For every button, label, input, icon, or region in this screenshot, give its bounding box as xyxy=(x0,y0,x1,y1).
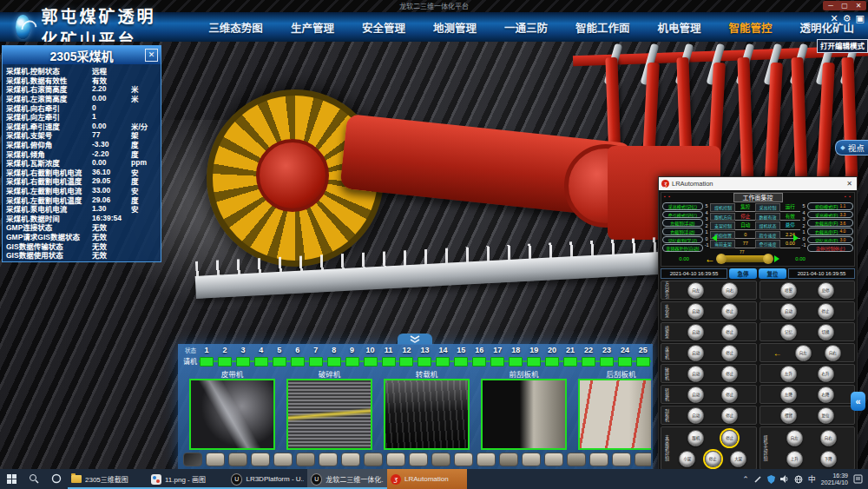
channel-status-square[interactable] xyxy=(527,357,541,367)
control-button-停止[interactable]: 停止 xyxy=(721,430,738,446)
control-button-向左[interactable]: 向左 xyxy=(786,430,803,446)
film-thumbnail[interactable] xyxy=(544,453,563,466)
control-button-停止[interactable]: 停止 xyxy=(705,451,721,467)
menu-item-6[interactable]: 智能工作面 xyxy=(562,19,644,36)
film-thumbnail[interactable] xyxy=(454,453,473,466)
control-button-启动[interactable]: 启动 xyxy=(687,324,704,340)
control-button-左升[interactable]: 左升 xyxy=(780,366,797,382)
minimize-button[interactable]: ─ xyxy=(825,1,837,10)
control-button-跟机[interactable]: 跟机 xyxy=(687,430,704,446)
window-icon[interactable]: ▣ xyxy=(856,13,865,24)
control-button-上升[interactable]: 上升 xyxy=(786,451,803,467)
film-thumbnail[interactable] xyxy=(409,453,428,466)
taskbar-cortana-button[interactable] xyxy=(45,469,68,489)
film-thumbnail[interactable] xyxy=(386,453,405,466)
channel-status-square[interactable] xyxy=(309,357,323,367)
channel-status-square[interactable] xyxy=(509,357,523,367)
film-thumbnail[interactable] xyxy=(206,453,225,466)
film-thumbnail[interactable] xyxy=(431,453,450,466)
film-thumbnail[interactable] xyxy=(364,453,383,466)
control-button-启动[interactable]: 启动 xyxy=(687,345,704,361)
control-button-启动[interactable]: 启动 xyxy=(687,407,704,424)
control-button-启动[interactable]: 启动 xyxy=(780,303,797,320)
mode-button-right-1[interactable]: 俯仰模式(F)1.1 xyxy=(807,202,853,210)
mode-button-left-4[interactable]: 右截割(手动) xyxy=(662,228,703,235)
estop-button[interactable]: 急停 xyxy=(729,268,757,279)
channel-status-square[interactable] xyxy=(618,357,632,367)
film-thumbnail[interactable] xyxy=(612,453,631,466)
control-button-喷雾[interactable]: 喷雾 xyxy=(780,282,797,299)
control-button-向右[interactable]: 向右 xyxy=(820,430,837,446)
control-button-停止[interactable]: 停止 xyxy=(721,345,738,361)
shield-icon[interactable] xyxy=(767,475,775,484)
menu-item-5[interactable]: 一通三防 xyxy=(490,19,562,36)
channel-status-square[interactable] xyxy=(399,357,413,367)
control-button-启动[interactable]: 启动 xyxy=(687,366,704,382)
mode-button-left-3[interactable]: 左截割(手动) xyxy=(662,219,703,227)
control-button-停止[interactable]: 停止 xyxy=(721,387,738,403)
control-button-左降[interactable]: 左降 xyxy=(780,387,797,403)
tools-icon[interactable]: ✕ xyxy=(831,13,838,24)
camera-feed[interactable] xyxy=(384,379,470,450)
mode-button-left-5[interactable]: 记忆截割(学习) xyxy=(662,236,703,244)
channel-status-square[interactable] xyxy=(345,357,359,367)
control-button-记忆[interactable]: 记忆 xyxy=(780,324,797,340)
tray-chevron-icon[interactable]: ⌃ xyxy=(742,475,749,484)
menu-item-2[interactable]: 生产管理 xyxy=(277,19,348,36)
channel-status-square[interactable] xyxy=(636,357,650,367)
film-thumbnail[interactable] xyxy=(273,453,293,466)
menu-item-7[interactable]: 机电管理 xyxy=(643,19,714,36)
film-thumbnail[interactable] xyxy=(251,453,270,466)
menu-item-3[interactable]: 安全管理 xyxy=(348,19,419,36)
channel-status-square[interactable] xyxy=(472,357,486,367)
close-icon[interactable]: ✕ xyxy=(145,49,158,62)
thumbnail-filmstrip[interactable] xyxy=(183,452,651,467)
control-button-总停[interactable]: 总停 xyxy=(818,282,834,299)
control-button-向右[interactable]: 向右 xyxy=(721,282,738,299)
control-button-下降[interactable]: 下降 xyxy=(820,451,837,467)
menu-item-8[interactable]: 智能管控 xyxy=(714,19,786,36)
control-button-摆臂[interactable]: 摆臂 xyxy=(780,407,797,424)
network-globe-icon[interactable] xyxy=(794,475,803,484)
channel-status-square[interactable] xyxy=(582,357,595,367)
panel-collapse-handle[interactable]: « xyxy=(851,392,865,411)
lr-close-icon[interactable]: ✕ xyxy=(845,180,854,188)
taskbar-app-paint[interactable]: 11.png - 画图 xyxy=(148,469,227,489)
control-button-右降[interactable]: 右降 xyxy=(818,387,834,403)
camera-feed[interactable] xyxy=(481,379,567,450)
mode-button-right-2[interactable]: 采高模式(F)3.3 xyxy=(807,211,853,219)
taskbar-search-button[interactable] xyxy=(23,469,45,489)
film-thumbnail[interactable] xyxy=(341,453,360,466)
channel-status-square[interactable] xyxy=(291,357,305,367)
channel-status-square[interactable] xyxy=(454,357,468,367)
control-button-小架[interactable]: 小架 xyxy=(679,451,695,467)
control-button-切换[interactable]: 切换 xyxy=(818,324,834,340)
mode-button-right-4[interactable]: 右截高度(F)4.0 xyxy=(807,228,853,235)
camera-feed[interactable] xyxy=(286,379,372,450)
mode-button-right-3[interactable]: 左截高度(F)3.6 xyxy=(807,219,853,227)
channel-status-square[interactable] xyxy=(236,357,250,367)
control-button-向左[interactable]: 向左 xyxy=(795,345,812,361)
menu-item-4[interactable]: 地测管理 xyxy=(419,19,490,36)
control-button-复位[interactable]: 复位 xyxy=(818,407,834,424)
camera-feed[interactable] xyxy=(189,379,275,450)
taskbar-app-lrauto[interactable]: ʒLRAutomation xyxy=(387,469,467,489)
speaker-icon[interactable] xyxy=(780,475,789,483)
channel-status-square[interactable] xyxy=(254,357,268,367)
menu-item-1[interactable]: 三维态势图 xyxy=(194,19,277,36)
film-thumbnail[interactable] xyxy=(296,453,315,466)
channel-status-square[interactable] xyxy=(490,357,504,367)
film-thumbnail[interactable] xyxy=(635,453,651,466)
mode-button-left-1[interactable]: 采高模式(记忆) xyxy=(662,202,703,210)
channel-status-square[interactable] xyxy=(600,357,614,367)
film-thumbnail[interactable] xyxy=(589,453,608,466)
control-button-向右[interactable]: 向右 xyxy=(825,345,841,361)
control-button-右升[interactable]: 右升 xyxy=(818,366,834,382)
channel-status-square[interactable] xyxy=(200,357,214,367)
film-thumbnail[interactable] xyxy=(499,453,518,466)
mode-button-left-6[interactable]: 变频器复位(自动) xyxy=(662,244,703,252)
mode-button-right-6[interactable]: 急停(控制停止) xyxy=(807,244,853,252)
control-button-停止[interactable]: 停止 xyxy=(818,303,834,320)
film-thumbnail[interactable] xyxy=(319,453,338,466)
taskbar-app-lr3d[interactable]: ULR3DPlatform - U... xyxy=(227,469,307,489)
